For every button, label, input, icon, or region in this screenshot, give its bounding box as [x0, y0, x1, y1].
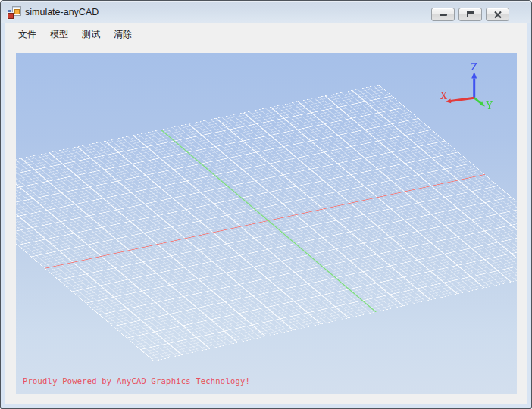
app-window: simulate-anyCAD 文件 模型 测试 清除 — [0, 0, 532, 409]
grid-plane — [16, 85, 517, 361]
y-axis-icon — [474, 98, 482, 104]
menu-item-model[interactable]: 模型 — [43, 25, 75, 44]
red-square-icon — [8, 13, 14, 19]
watermark-text: Proudly Powered by AnyCAD Graphics Techn… — [23, 376, 250, 386]
window-title: simulate-anyCAD — [25, 7, 99, 17]
axis-triad: Z X Y — [429, 59, 512, 120]
menu-item-clear[interactable]: 清除 — [107, 25, 139, 44]
viewport-3d[interactable]: Z X Y Proudly Powered by AnyCAD Graphics… — [16, 53, 517, 394]
y-axis-label: Y — [486, 100, 493, 111]
menu-item-test[interactable]: 测试 — [75, 25, 107, 44]
z-axis-arrow-icon — [471, 72, 477, 79]
x-axis-label: X — [440, 90, 447, 101]
maximize-icon — [467, 11, 474, 17]
application-icon — [8, 6, 21, 19]
minimize-icon — [440, 14, 447, 16]
minimize-button[interactable] — [431, 8, 455, 21]
x-axis-arrow-icon — [446, 99, 451, 104]
y-axis-arrow-icon — [480, 101, 485, 106]
orange-square-icon — [14, 9, 20, 14]
titlebar[interactable]: simulate-anyCAD — [1, 1, 531, 23]
x-axis-icon — [451, 98, 474, 101]
z-axis-label: Z — [471, 61, 478, 73]
maximize-button[interactable] — [458, 8, 482, 21]
window-controls — [431, 8, 509, 21]
close-icon — [493, 11, 502, 19]
close-button[interactable] — [486, 8, 509, 21]
menu-item-file[interactable]: 文件 — [11, 25, 43, 44]
menu-bar: 文件 模型 测试 清除 — [6, 23, 526, 45]
